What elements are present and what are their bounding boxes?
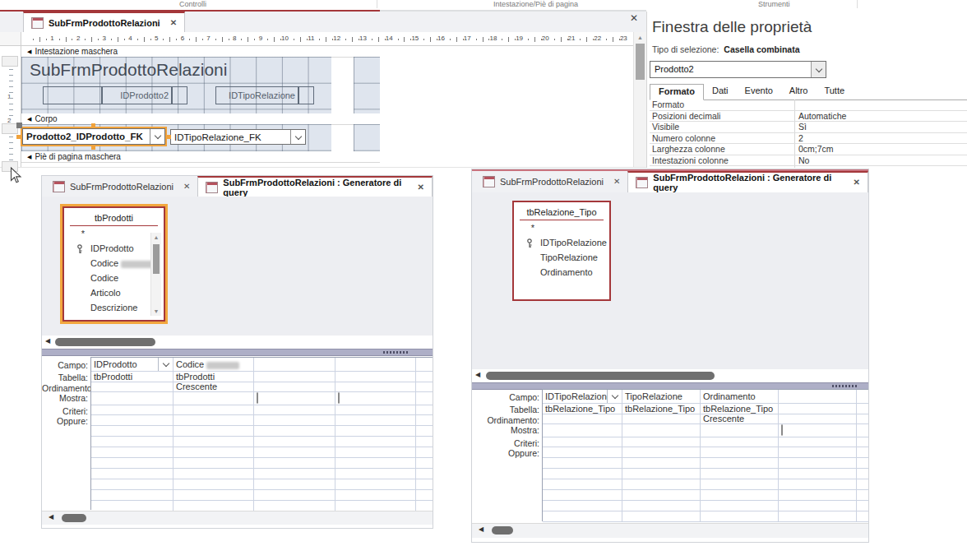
grid-hscrollbar[interactable]: ◀ (42, 511, 433, 525)
close-icon[interactable]: ✕ (613, 178, 620, 186)
close-icon[interactable]: ✕ (630, 13, 638, 23)
document-tab-form[interactable]: SubFrmProdottoRelazioni ✕ (23, 12, 185, 32)
ordinamento-cell[interactable] (779, 414, 857, 423)
tabella-cell[interactable] (857, 404, 868, 414)
scrollbar-thumb[interactable] (62, 514, 86, 522)
empty-grid-row[interactable] (91, 490, 433, 501)
mostra-cell[interactable] (91, 392, 174, 405)
criteri-cell[interactable] (857, 437, 868, 447)
scroll-left-icon[interactable]: ◀ (49, 511, 53, 523)
mostra-cell[interactable] (779, 424, 857, 437)
resize-handle[interactable] (16, 135, 21, 139)
close-icon[interactable]: ✕ (854, 178, 860, 187)
mostra-cell[interactable] (335, 392, 416, 405)
campo-cell[interactable]: IDProdotto (91, 358, 174, 371)
document-tab-query-builder[interactable]: SubFrmProdottoRelazioni : Generatore di … (627, 171, 868, 192)
tabella-cell[interactable]: tbProdotti (174, 372, 254, 382)
checkbox-unchecked[interactable] (781, 424, 783, 436)
scrollbar-thumb[interactable] (153, 244, 160, 274)
empty-grid-row[interactable] (543, 479, 868, 490)
tab-evento[interactable]: Evento (737, 84, 781, 100)
oppure-cell[interactable] (174, 415, 254, 425)
empty-grid-row[interactable] (91, 458, 433, 469)
diagram-hscrollbar[interactable]: ◀ (472, 369, 868, 382)
mostra-cell[interactable] (174, 392, 254, 405)
card-scrollbar[interactable]: ▲ ▼ (150, 233, 161, 316)
form-title-label[interactable]: SubFrmProdottoRelazioni (30, 60, 227, 80)
campo-cell[interactable] (254, 358, 335, 371)
criteri-cell[interactable] (622, 437, 701, 447)
property-value[interactable]: 0cm;7cm (795, 144, 967, 155)
empty-grid-row[interactable] (543, 469, 868, 479)
oppure-cell[interactable] (543, 447, 622, 457)
move-handle[interactable] (16, 123, 22, 128)
scrollbar-thumb[interactable] (55, 338, 155, 346)
ordinamento-cell[interactable] (335, 382, 416, 391)
mostra-cell[interactable] (701, 424, 779, 437)
scroll-down-icon[interactable]: ▼ (151, 308, 161, 314)
oppure-cell[interactable] (416, 415, 433, 425)
campo-cell[interactable]: IDTipoRelazione (543, 390, 622, 403)
tabella-cell[interactable]: tbProdotti (91, 372, 174, 382)
field-row[interactable]: * (514, 220, 552, 235)
empty-grid-row[interactable] (91, 469, 433, 479)
tab-dati[interactable]: Dati (704, 84, 737, 100)
diagram-hscrollbar[interactable]: ◀ (42, 336, 433, 349)
checkbox-unchecked[interactable] (338, 392, 340, 404)
tab-altro[interactable]: Altro (781, 84, 817, 100)
criteri-cell[interactable] (543, 437, 622, 447)
scrollbar-thumb[interactable] (486, 372, 715, 380)
scroll-up-icon[interactable]: ▲ (634, 32, 646, 40)
mostra-cell[interactable] (543, 424, 622, 437)
property-value[interactable]: 2 (795, 133, 967, 144)
field-row[interactable]: Codice (64, 271, 164, 285)
query-diagram-pane[interactable]: tbRelazione_Tipo * IDTipoRelazione TipoR… (472, 192, 868, 369)
tabella-cell[interactable] (416, 372, 433, 382)
combo-dropdown-button[interactable] (158, 358, 173, 371)
property-value[interactable]: Automatiche (795, 111, 967, 122)
empty-grid-row[interactable] (91, 437, 433, 447)
oppure-cell[interactable] (701, 447, 779, 457)
empty-grid-row[interactable] (91, 426, 433, 437)
pane-splitter[interactable] (42, 349, 433, 356)
campo-cell[interactable] (779, 390, 857, 403)
campo-cell[interactable] (335, 358, 416, 371)
ordinamento-cell[interactable] (622, 414, 701, 423)
section-handle[interactable] (2, 56, 18, 67)
query-diagram-pane[interactable]: tbProdotti * IDProdotto Codice Codice Ar… (42, 197, 433, 336)
vertical-scrollbar[interactable]: ▲ (633, 32, 646, 167)
combo-dropdown-button[interactable] (811, 62, 826, 77)
empty-grid-row[interactable] (91, 479, 433, 490)
resize-handle[interactable] (91, 146, 95, 150)
header-label-idtiporelazione[interactable]: IDTipoRelazione (215, 86, 298, 104)
campo-cell[interactable] (416, 358, 433, 371)
empty-grid-row[interactable] (91, 447, 433, 458)
oppure-cell[interactable] (91, 415, 174, 425)
field-row[interactable]: Descrizione (64, 300, 164, 315)
ordinamento-cell[interactable]: Crescente (701, 414, 779, 423)
header-label-box[interactable] (298, 86, 314, 104)
ordinamento-cell[interactable] (416, 382, 433, 391)
tab-formato[interactable]: Formato (650, 84, 704, 100)
criteri-cell[interactable] (174, 405, 254, 414)
form-body-grid[interactable]: Prodotto2_IDProdotto_FK IDTipoRelazione_… (21, 124, 331, 151)
object-selector-combo[interactable]: Prodotto2 (650, 61, 826, 78)
table-card-tbrelazione-tipo[interactable]: tbRelazione_Tipo * IDTipoRelazione TipoR… (512, 201, 611, 301)
section-handle[interactable] (2, 123, 18, 134)
empty-grid-row[interactable] (543, 458, 868, 469)
tabella-cell[interactable]: tbRelazione_Tipo (543, 404, 622, 414)
mostra-cell[interactable] (857, 424, 868, 437)
document-tab-form[interactable]: SubFrmProdottoRelazioni ✕ (45, 176, 197, 197)
empty-grid-row[interactable] (543, 511, 868, 522)
tab-tutte[interactable]: Tutte (816, 84, 853, 100)
scrollbar-thumb[interactable] (492, 526, 513, 535)
criteri-cell[interactable] (91, 405, 174, 414)
oppure-cell[interactable] (254, 415, 335, 425)
header-label-idprodotto2[interactable]: IDProdotto2 (102, 86, 172, 104)
criteri-cell[interactable] (335, 405, 416, 414)
combo-prodotto2-idprodotto-fk[interactable]: Prodotto2_IDProdotto_FK (22, 128, 165, 145)
section-bar-body[interactable]: ◀Corpo (21, 113, 380, 125)
resize-handle[interactable] (91, 123, 95, 127)
tabella-cell[interactable]: tbRelazione_Tipo (622, 404, 701, 414)
resize-handle[interactable] (167, 135, 171, 139)
